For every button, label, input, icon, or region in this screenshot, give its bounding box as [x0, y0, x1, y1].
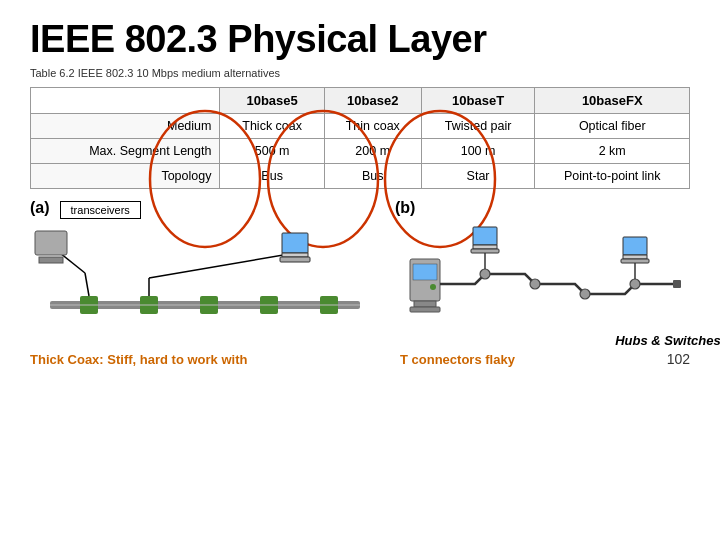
- page-title: IEEE 802.3 Physical Layer: [30, 18, 690, 61]
- svg-rect-11: [35, 231, 67, 255]
- cell-200m: 200 m: [324, 139, 421, 164]
- svg-point-24: [480, 269, 490, 279]
- caption-left: Thick Coax: Stiff, hard to work with: [30, 350, 400, 368]
- svg-rect-33: [623, 237, 647, 255]
- col-header-10base5: 10base5: [220, 88, 324, 114]
- svg-rect-29: [473, 227, 497, 245]
- cell-thin-coax: Thin coax: [324, 114, 421, 139]
- svg-rect-36: [673, 280, 681, 288]
- col-header-10baseT: 10baseT: [421, 88, 535, 114]
- bottom-section: (a) transceivers: [30, 199, 690, 348]
- cell-bus1: Bus: [220, 164, 324, 189]
- hubs-switches-label: Hubs & Switches!: [395, 333, 720, 348]
- svg-rect-31: [471, 249, 499, 253]
- row-label-topology: Topology: [31, 164, 220, 189]
- cell-point-link: Point-to-point link: [535, 164, 690, 189]
- svg-line-9: [85, 273, 89, 296]
- left-diagram: (a) transceivers: [30, 199, 390, 348]
- svg-line-10: [60, 253, 85, 273]
- svg-rect-20: [414, 301, 436, 307]
- left-network-diagram: [30, 223, 390, 338]
- row-label-medium: Medium: [31, 114, 220, 139]
- bottom-captions: Thick Coax: Stiff, hard to work with T c…: [30, 350, 690, 368]
- col-header-10baseFX: 10baseFX: [535, 88, 690, 114]
- svg-rect-22: [413, 264, 437, 280]
- svg-rect-15: [282, 233, 308, 253]
- cell-optical-fiber: Optical fiber: [535, 114, 690, 139]
- cell-twisted-pair: Twisted pair: [421, 114, 535, 139]
- medium-table: 10base5 10base2 10baseT 10baseFX Medium …: [30, 87, 690, 189]
- caption-right: T connectors flaky 102: [400, 350, 690, 368]
- svg-point-25: [530, 279, 540, 289]
- svg-rect-30: [473, 245, 497, 249]
- col-header-empty: [31, 88, 220, 114]
- table-row: Medium Thick coax Thin coax Twisted pair…: [31, 114, 690, 139]
- svg-rect-17: [280, 257, 310, 262]
- table-row: Max. Segment Length 500 m 200 m 100 m 2 …: [31, 139, 690, 164]
- diagram-b-label: (b): [395, 199, 720, 217]
- cell-star: Star: [421, 164, 535, 189]
- right-network-diagram: [395, 219, 720, 334]
- cell-bus2: Bus: [324, 164, 421, 189]
- svg-rect-34: [623, 255, 647, 259]
- col-header-10base2: 10base2: [324, 88, 421, 114]
- transceivers-label: transceivers: [60, 201, 141, 219]
- svg-point-26: [580, 289, 590, 299]
- t-connectors-caption: T connectors flaky: [400, 352, 515, 367]
- table-row: Topology Bus Bus Star Point-to-point lin…: [31, 164, 690, 189]
- cell-2km: 2 km: [535, 139, 690, 164]
- svg-rect-12: [39, 257, 63, 263]
- page-number: 102: [667, 351, 690, 367]
- thick-coax-caption: Thick Coax: Stiff, hard to work with: [30, 352, 247, 367]
- cell-100m: 100 m: [421, 139, 535, 164]
- cell-thick-coax: Thick coax: [220, 114, 324, 139]
- diagram-a-label: (a): [30, 199, 50, 217]
- svg-rect-21: [410, 307, 440, 312]
- svg-line-14: [149, 253, 295, 278]
- right-diagram: (b): [395, 199, 720, 348]
- svg-rect-35: [621, 259, 649, 263]
- table-container: 10base5 10base2 10baseT 10baseFX Medium …: [30, 87, 690, 189]
- svg-point-27: [630, 279, 640, 289]
- svg-rect-16: [282, 253, 308, 257]
- cell-500m: 500 m: [220, 139, 324, 164]
- table-subtitle: Table 6.2 IEEE 802.3 10 Mbps medium alte…: [30, 67, 690, 79]
- slide: IEEE 802.3 Physical Layer Table 6.2 IEEE…: [0, 0, 720, 540]
- row-label-maxseg: Max. Segment Length: [31, 139, 220, 164]
- svg-point-23: [430, 284, 436, 290]
